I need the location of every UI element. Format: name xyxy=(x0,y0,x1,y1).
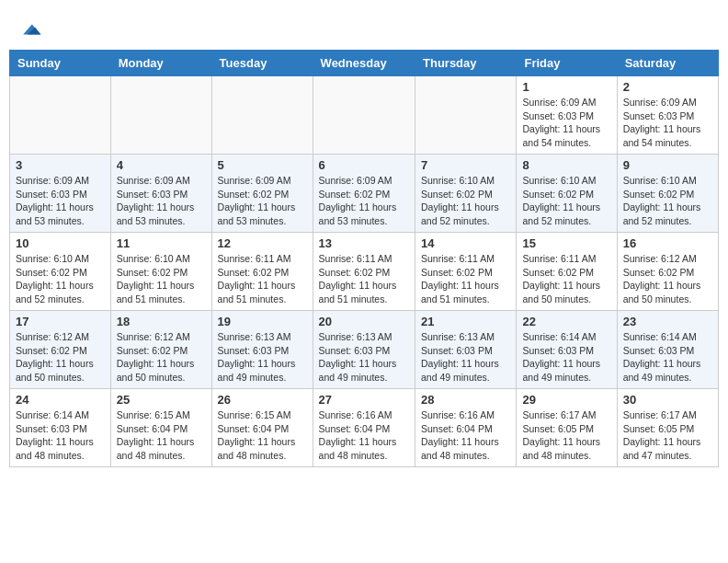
calendar-cell: 20Sunrise: 6:13 AM Sunset: 6:03 PM Dayli… xyxy=(313,311,415,389)
calendar-cell xyxy=(10,76,111,155)
day-number: 4 xyxy=(117,158,206,172)
day-info: Sunrise: 6:11 AM Sunset: 6:02 PM Dayligh… xyxy=(319,252,409,306)
calendar-cell: 11Sunrise: 6:10 AM Sunset: 6:02 PM Dayli… xyxy=(110,233,211,311)
day-info: Sunrise: 6:14 AM Sunset: 6:03 PM Dayligh… xyxy=(16,408,105,463)
day-info: Sunrise: 6:09 AM Sunset: 6:03 PM Dayligh… xyxy=(117,174,206,228)
day-number: 9 xyxy=(623,158,712,172)
day-number: 5 xyxy=(218,158,307,172)
calendar-cell: 3Sunrise: 6:09 AM Sunset: 6:03 PM Daylig… xyxy=(10,155,111,233)
day-info: Sunrise: 6:15 AM Sunset: 6:04 PM Dayligh… xyxy=(218,408,307,463)
calendar-cell xyxy=(415,76,517,155)
day-number: 23 xyxy=(623,315,712,328)
day-number: 3 xyxy=(16,158,105,172)
day-number: 6 xyxy=(319,158,409,172)
day-number: 17 xyxy=(16,315,105,328)
calendar-cell: 29Sunrise: 6:17 AM Sunset: 6:05 PM Dayli… xyxy=(517,389,617,467)
day-info: Sunrise: 6:09 AM Sunset: 6:03 PM Dayligh… xyxy=(522,96,610,150)
calendar-cell: 5Sunrise: 6:09 AM Sunset: 6:02 PM Daylig… xyxy=(211,155,313,233)
day-number: 12 xyxy=(218,236,307,250)
logo xyxy=(18,18,42,40)
day-number: 14 xyxy=(421,236,510,250)
calendar-cell: 19Sunrise: 6:13 AM Sunset: 6:03 PM Dayli… xyxy=(211,311,313,389)
calendar-week-3: 10Sunrise: 6:10 AM Sunset: 6:02 PM Dayli… xyxy=(10,233,719,311)
day-number: 11 xyxy=(117,236,206,250)
day-number: 15 xyxy=(522,236,610,250)
calendar-cell: 25Sunrise: 6:15 AM Sunset: 6:04 PM Dayli… xyxy=(110,389,211,467)
calendar-cell: 9Sunrise: 6:10 AM Sunset: 6:02 PM Daylig… xyxy=(617,155,718,233)
calendar-week-4: 17Sunrise: 6:12 AM Sunset: 6:02 PM Dayli… xyxy=(10,311,719,389)
day-info: Sunrise: 6:13 AM Sunset: 6:03 PM Dayligh… xyxy=(218,330,307,385)
calendar-cell: 7Sunrise: 6:10 AM Sunset: 6:02 PM Daylig… xyxy=(415,155,517,233)
calendar-cell xyxy=(110,76,211,155)
calendar-cell: 10Sunrise: 6:10 AM Sunset: 6:02 PM Dayli… xyxy=(10,233,111,311)
day-info: Sunrise: 6:10 AM Sunset: 6:02 PM Dayligh… xyxy=(117,252,206,306)
day-info: Sunrise: 6:16 AM Sunset: 6:04 PM Dayligh… xyxy=(421,408,510,463)
day-info: Sunrise: 6:10 AM Sunset: 6:02 PM Dayligh… xyxy=(522,174,610,228)
day-info: Sunrise: 6:12 AM Sunset: 6:02 PM Dayligh… xyxy=(16,330,105,385)
calendar-cell: 21Sunrise: 6:13 AM Sunset: 6:03 PM Dayli… xyxy=(415,311,517,389)
calendar-week-5: 24Sunrise: 6:14 AM Sunset: 6:03 PM Dayli… xyxy=(10,389,719,467)
calendar-cell: 13Sunrise: 6:11 AM Sunset: 6:02 PM Dayli… xyxy=(313,233,415,311)
calendar-table: SundayMondayTuesdayWednesdayThursdayFrid… xyxy=(9,50,719,467)
day-info: Sunrise: 6:09 AM Sunset: 6:03 PM Dayligh… xyxy=(16,174,105,228)
day-number: 13 xyxy=(319,236,409,250)
day-info: Sunrise: 6:13 AM Sunset: 6:03 PM Dayligh… xyxy=(319,330,409,385)
calendar-cell: 30Sunrise: 6:17 AM Sunset: 6:05 PM Dayli… xyxy=(617,389,718,467)
calendar-cell xyxy=(313,76,415,155)
day-info: Sunrise: 6:11 AM Sunset: 6:02 PM Dayligh… xyxy=(522,252,610,306)
day-number: 8 xyxy=(522,158,610,172)
day-number: 1 xyxy=(522,80,610,94)
weekday-header-sunday: Sunday xyxy=(10,51,111,76)
day-info: Sunrise: 6:10 AM Sunset: 6:02 PM Dayligh… xyxy=(16,252,105,306)
weekday-header-saturday: Saturday xyxy=(617,51,718,76)
calendar-cell: 14Sunrise: 6:11 AM Sunset: 6:02 PM Dayli… xyxy=(415,233,517,311)
day-info: Sunrise: 6:11 AM Sunset: 6:02 PM Dayligh… xyxy=(218,252,307,306)
calendar-cell: 1Sunrise: 6:09 AM Sunset: 6:03 PM Daylig… xyxy=(517,76,617,155)
calendar-cell xyxy=(211,76,313,155)
calendar-cell: 28Sunrise: 6:16 AM Sunset: 6:04 PM Dayli… xyxy=(415,389,517,467)
calendar-cell: 2Sunrise: 6:09 AM Sunset: 6:03 PM Daylig… xyxy=(617,76,718,155)
calendar-cell: 15Sunrise: 6:11 AM Sunset: 6:02 PM Dayli… xyxy=(517,233,617,311)
calendar-week-1: 1Sunrise: 6:09 AM Sunset: 6:03 PM Daylig… xyxy=(10,76,719,155)
day-number: 26 xyxy=(218,393,307,407)
day-info: Sunrise: 6:10 AM Sunset: 6:02 PM Dayligh… xyxy=(421,174,510,228)
weekday-header-friday: Friday xyxy=(517,51,617,76)
day-info: Sunrise: 6:16 AM Sunset: 6:04 PM Dayligh… xyxy=(319,408,409,463)
day-number: 2 xyxy=(623,80,712,94)
day-number: 28 xyxy=(421,393,510,407)
day-info: Sunrise: 6:17 AM Sunset: 6:05 PM Dayligh… xyxy=(623,408,712,463)
day-number: 7 xyxy=(421,158,510,172)
day-info: Sunrise: 6:15 AM Sunset: 6:04 PM Dayligh… xyxy=(117,408,206,463)
calendar-body: 1Sunrise: 6:09 AM Sunset: 6:03 PM Daylig… xyxy=(10,76,719,467)
calendar-cell: 16Sunrise: 6:12 AM Sunset: 6:02 PM Dayli… xyxy=(617,233,718,311)
day-number: 25 xyxy=(117,393,206,407)
day-info: Sunrise: 6:09 AM Sunset: 6:03 PM Dayligh… xyxy=(623,96,712,150)
calendar-cell: 8Sunrise: 6:10 AM Sunset: 6:02 PM Daylig… xyxy=(517,155,617,233)
day-info: Sunrise: 6:17 AM Sunset: 6:05 PM Dayligh… xyxy=(522,408,610,463)
day-info: Sunrise: 6:12 AM Sunset: 6:02 PM Dayligh… xyxy=(117,330,206,385)
calendar-cell: 18Sunrise: 6:12 AM Sunset: 6:02 PM Dayli… xyxy=(110,311,211,389)
calendar-cell: 26Sunrise: 6:15 AM Sunset: 6:04 PM Dayli… xyxy=(211,389,313,467)
calendar-cell: 24Sunrise: 6:14 AM Sunset: 6:03 PM Dayli… xyxy=(10,389,111,467)
day-number: 24 xyxy=(16,393,105,407)
weekday-header-wednesday: Wednesday xyxy=(313,51,415,76)
calendar-cell: 27Sunrise: 6:16 AM Sunset: 6:04 PM Dayli… xyxy=(313,389,415,467)
weekday-header-monday: Monday xyxy=(110,51,211,76)
day-number: 18 xyxy=(117,315,206,328)
weekday-header-tuesday: Tuesday xyxy=(211,51,313,76)
calendar-header-row: SundayMondayTuesdayWednesdayThursdayFrid… xyxy=(10,51,719,76)
calendar-week-2: 3Sunrise: 6:09 AM Sunset: 6:03 PM Daylig… xyxy=(10,155,719,233)
day-number: 27 xyxy=(319,393,409,407)
day-number: 30 xyxy=(623,393,712,407)
day-number: 10 xyxy=(16,236,105,250)
day-number: 22 xyxy=(522,315,610,328)
day-info: Sunrise: 6:12 AM Sunset: 6:02 PM Dayligh… xyxy=(623,252,712,306)
day-info: Sunrise: 6:14 AM Sunset: 6:03 PM Dayligh… xyxy=(522,330,610,385)
page-header xyxy=(9,9,719,45)
day-info: Sunrise: 6:11 AM Sunset: 6:02 PM Dayligh… xyxy=(421,252,510,306)
day-number: 16 xyxy=(623,236,712,250)
calendar-cell: 12Sunrise: 6:11 AM Sunset: 6:02 PM Dayli… xyxy=(211,233,313,311)
day-info: Sunrise: 6:10 AM Sunset: 6:02 PM Dayligh… xyxy=(623,174,712,228)
day-info: Sunrise: 6:14 AM Sunset: 6:03 PM Dayligh… xyxy=(623,330,712,385)
day-number: 29 xyxy=(522,393,610,407)
